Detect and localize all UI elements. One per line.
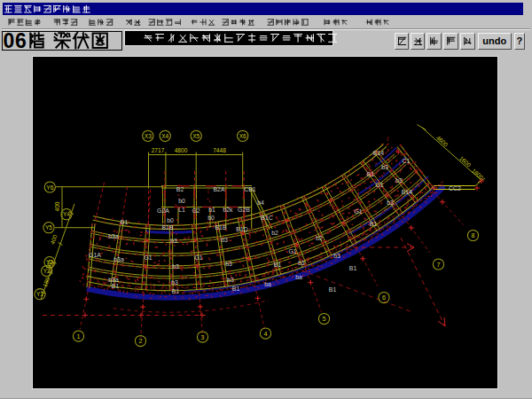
svg-text:06: 06 <box>4 29 27 52</box>
